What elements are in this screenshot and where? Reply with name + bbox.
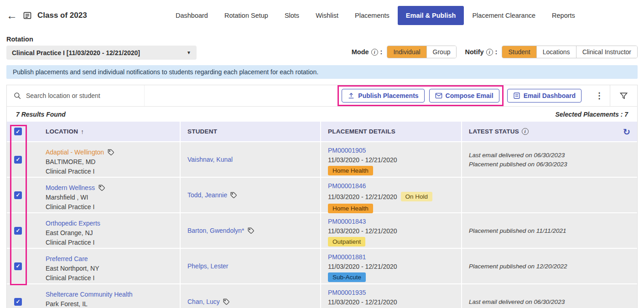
filter-funnel-icon[interactable] [610,92,637,100]
student-cell: Vaishnav, Kunal [181,142,321,177]
setting-badge: Home Health [328,204,373,213]
rotation-selected-value: Clinical Practice I [11/03/2020 - 12/21/… [12,49,140,56]
rotation-group: Rotation Clinical Practice I [11/03/2020… [6,36,197,60]
back-arrow-icon[interactable]: ← [6,10,17,21]
table-row: ✓ Orthopedic Experts East Orange, NJ Cli… [7,213,637,249]
student-link[interactable]: Chan, Lucy [187,298,220,305]
page-title: Class of 2023 [37,11,87,20]
select-all-checkbox[interactable]: ✓ [14,128,22,135]
notify-option-clinical-instructor[interactable]: Clinical Instructor [576,46,637,58]
placement-cell: PM00001881 11/03/2020 - 12/21/2020 Sub-A… [321,249,462,283]
search-box [7,85,145,106]
rotation-select[interactable]: Clinical Practice I [11/03/2020 - 12/21/… [6,46,197,60]
placement-id-link[interactable]: PM00001881 [328,253,366,261]
row-checkbox[interactable]: ✓ [14,262,22,270]
tab-slots[interactable]: Slots [276,6,307,25]
refresh-icon[interactable]: ↻ [623,127,630,137]
publish-placements-button[interactable]: Publish Placements [342,89,424,103]
header-latest-status: LATEST STATUS i ↻ [462,122,637,141]
notify-segmented-control: Student Locations Clinical Instructor [502,46,638,58]
location-program: Clinical Practice I [46,202,173,212]
placement-id-link[interactable]: PM00001905 [328,147,366,154]
location-city: Marshfield , WI [46,193,173,202]
row-checkbox-cell: ✓ [7,213,39,248]
setting-badge: Sub-Acute [328,272,366,282]
mode-option-group[interactable]: Group [426,46,457,58]
toolbar: Publish Placements Compose Email Email D… [7,85,637,107]
placement-id-link[interactable]: PM00001846 [328,182,366,190]
dashboard-list-icon [513,92,520,99]
tab-email-and-publish[interactable]: Email & Publish [398,6,464,25]
row-checkbox[interactable]: ✓ [14,191,22,199]
mode-segmented-control: Individual Group [387,46,457,58]
notify-option-student[interactable]: Student [502,46,536,58]
header-placement-details[interactable]: PLACEMENT DETAILS [321,122,462,141]
email-dashboard-button[interactable]: Email Dashboard [507,89,582,103]
placement-id-link[interactable]: PM00001843 [328,218,366,225]
header-checkbox-cell: ✓ [7,122,39,141]
results-found-text: 7 Results Found [16,111,66,118]
tag-icon[interactable] [108,149,114,156]
row-checkbox[interactable]: ✓ [14,298,22,306]
placement-dates: 11/03/2020 - 12/21/2020 [328,298,397,306]
status-cell [462,178,637,212]
tab-bar: Dashboard Rotation Setup Slots Wishlist … [167,6,583,25]
tab-placement-clearance[interactable]: Placement Clearance [464,6,544,25]
student-link[interactable]: Barton, Gwendolyn* [187,227,244,234]
mode-option-individual[interactable]: Individual [387,46,426,58]
cohort-list-icon [23,11,32,20]
notify-label: Notify i : [465,48,497,56]
row-checkbox-cell: ✓ [7,142,39,177]
placement-cell: PM00001935 11/03/2020 - 12/21/2020 [321,284,462,308]
location-link[interactable]: Modern Wellness [46,183,95,193]
header-location[interactable]: LOCATION ↑ [39,122,181,141]
location-link[interactable]: Preferred Care [46,254,88,264]
search-input[interactable] [26,92,126,99]
tag-icon[interactable] [99,185,105,191]
table-header-row: ✓ LOCATION ↑ STUDENT PLACEMENT DETAILS L… [7,122,637,142]
tag-icon[interactable] [248,227,254,234]
location-link[interactable]: Orthopedic Experts [46,219,100,228]
tab-placements[interactable]: Placements [347,6,398,25]
mode-info-icon[interactable]: i [371,49,378,56]
placement-cell: PM00001846 11/03/2020 - 12/21/2020 On Ho… [321,178,462,212]
location-link[interactable]: Adaptial - Wellington [46,148,104,157]
sort-ascending-icon[interactable]: ↑ [81,128,84,135]
results-row: 7 Results Found Selected Placements : 7 [7,107,637,122]
placement-cell: PM00001905 11/03/2020 - 12/21/2020 Home … [321,142,462,177]
highlight-box-buttons: Publish Placements Compose Email [338,85,503,106]
compose-email-button[interactable]: Compose Email [429,89,499,103]
table-row: ✓ Sheltercare Community Health Park Fore… [7,284,637,308]
rotation-label: Rotation [6,36,197,43]
student-link[interactable]: Vaishnav, Kunal [187,156,233,163]
on-hold-badge: On Hold [401,192,433,201]
envelope-icon [435,92,442,99]
row-checkbox[interactable]: ✓ [14,156,22,164]
tag-icon[interactable] [223,298,230,305]
tag-icon[interactable] [230,192,237,199]
tab-dashboard[interactable]: Dashboard [167,6,216,25]
mode-notify-controls: Mode i : Individual Group Notify i : Stu… [352,46,638,58]
location-cell: Orthopedic Experts East Orange, NJ Clini… [39,213,181,248]
row-checkbox[interactable]: ✓ [14,227,22,235]
placement-dates: 11/03/2020 - 12/21/2020 [328,263,397,270]
placement-id-link[interactable]: PM00001935 [328,289,366,296]
student-link[interactable]: Phelps, Lester [187,262,229,270]
student-cell: Barton, Gwendolyn* [181,213,321,248]
location-program: Clinical Practice I [46,273,173,283]
notify-info-icon[interactable]: i [486,49,493,56]
tab-rotation-setup[interactable]: Rotation Setup [216,6,276,25]
row-checkbox-cell: ✓ [7,284,39,308]
notify-option-locations[interactable]: Locations [536,46,576,58]
header-student[interactable]: STUDENT [181,122,321,141]
tab-reports[interactable]: Reports [544,6,583,25]
location-cell: Modern Wellness Marshfield , WI Clinical… [39,178,181,212]
status-line: Placement published on 06/30/2023 [469,161,630,168]
status-info-icon[interactable]: i [522,128,529,135]
student-link[interactable]: Todd, Jeannie [187,191,227,199]
tab-wishlist[interactable]: Wishlist [307,6,347,25]
more-options-kebab-icon[interactable]: ⋮ [589,91,610,101]
status-line: Placement published on 11/11/2021 [469,227,630,234]
publish-icon [348,92,355,99]
location-link[interactable]: Sheltercare Community Health [46,290,133,299]
